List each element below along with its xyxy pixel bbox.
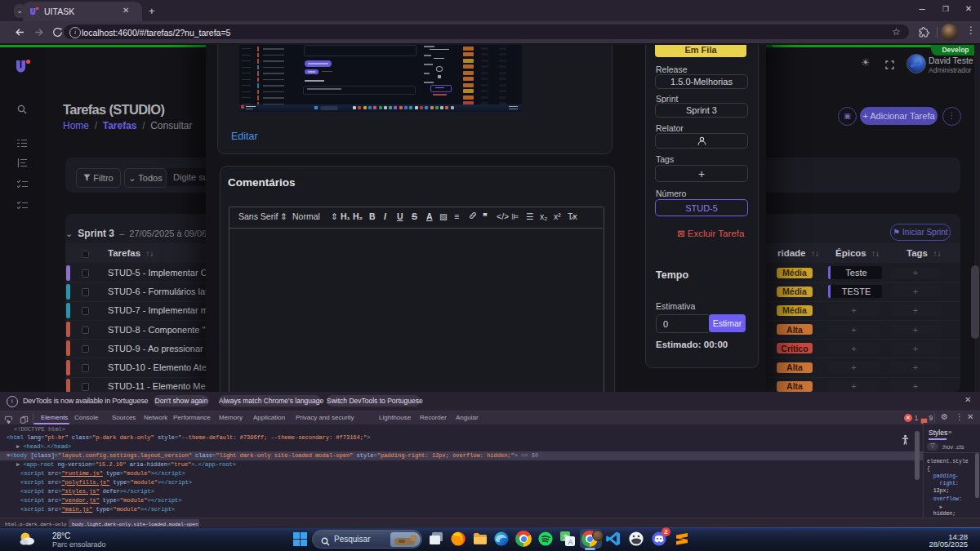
svg-text:A: A — [568, 538, 573, 546]
